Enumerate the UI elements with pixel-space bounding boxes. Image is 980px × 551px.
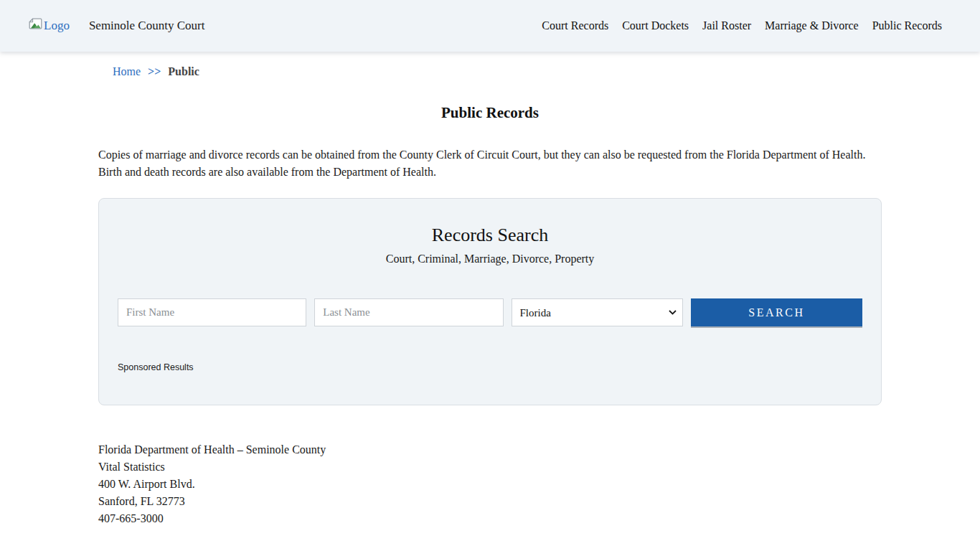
logo-link[interactable]: Logo <box>28 18 70 34</box>
intro-paragraph: Copies of marriage and divorce records c… <box>90 146 890 181</box>
breadcrumb-home-link[interactable]: Home <box>113 65 141 77</box>
contact-line-department: Florida Department of Health – Seminole … <box>98 441 882 458</box>
contact-line-street: 400 W. Airport Blvd. <box>98 476 882 493</box>
contact-line-phone: 407-665-3000 <box>98 510 882 527</box>
page-title: Public Records <box>90 104 890 122</box>
state-select-wrap: Florida <box>512 298 683 326</box>
main-nav: Court Records Court Dockets Jail Roster … <box>542 19 942 32</box>
records-search-card: Records Search Court, Criminal, Marriage… <box>98 198 882 405</box>
search-button[interactable]: SEARCH <box>691 298 862 326</box>
sponsored-results-label: Sponsored Results <box>118 362 862 372</box>
search-card-subtitle: Court, Criminal, Marriage, Divorce, Prop… <box>118 253 862 265</box>
search-form: Florida SEARCH <box>118 298 862 326</box>
nav-jail-roster[interactable]: Jail Roster <box>702 19 751 32</box>
site-title: Seminole County Court <box>89 19 205 33</box>
nav-marriage-divorce[interactable]: Marriage & Divorce <box>765 19 859 32</box>
header: Logo Seminole County Court Court Records… <box>0 0 980 52</box>
breadcrumb-current: Public <box>168 65 199 77</box>
nav-court-dockets[interactable]: Court Dockets <box>622 19 689 32</box>
search-card-title: Records Search <box>118 225 862 246</box>
contact-block: Florida Department of Health – Seminole … <box>90 441 890 527</box>
state-select[interactable]: Florida <box>512 298 683 326</box>
nav-court-records[interactable]: Court Records <box>542 19 608 32</box>
open-records-paragraph: You can submit an open records request f… <box>90 547 890 551</box>
logo-alt-text: Logo <box>44 19 70 33</box>
breadcrumb-separator: >> <box>148 65 161 77</box>
contact-line-office: Vital Statistics <box>98 458 882 476</box>
broken-image-icon <box>28 18 42 34</box>
nav-public-records[interactable]: Public Records <box>872 19 942 32</box>
first-name-input[interactable] <box>118 298 306 326</box>
breadcrumb: Home>>Public <box>90 65 890 78</box>
last-name-input[interactable] <box>314 298 503 326</box>
contact-line-city: Sanford, FL 32773 <box>98 493 882 510</box>
